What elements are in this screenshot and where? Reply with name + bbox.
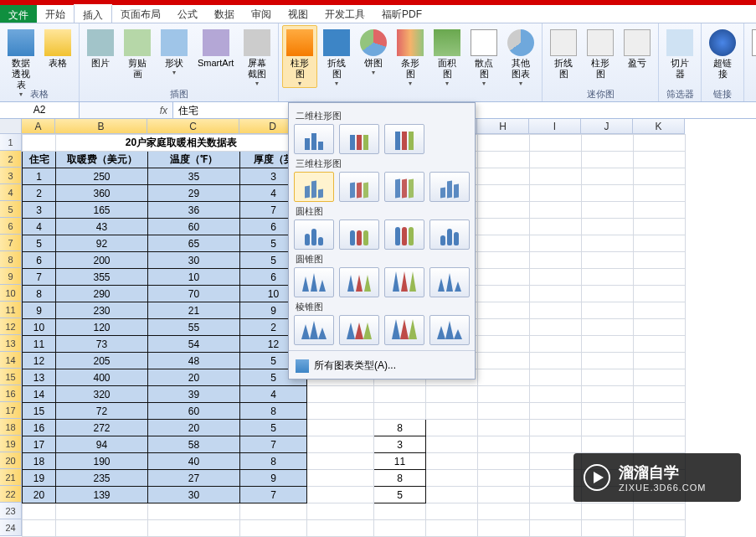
cell[interactable]: 7	[240, 436, 307, 453]
cell[interactable]	[530, 436, 582, 453]
cell[interactable]	[307, 386, 374, 403]
cell[interactable]	[634, 168, 686, 185]
cell[interactable]: 5	[23, 235, 56, 252]
cell[interactable]: 16	[23, 420, 56, 436]
cell[interactable]	[478, 487, 530, 503]
cell[interactable]: 200	[56, 252, 148, 269]
cell[interactable]: 4	[240, 386, 307, 403]
cell[interactable]	[530, 252, 582, 269]
cell[interactable]	[478, 269, 530, 286]
cell[interactable]: 11	[374, 453, 426, 470]
cell[interactable]: 8	[23, 286, 56, 302]
cell[interactable]: 360	[56, 185, 148, 202]
cell[interactable]	[374, 386, 426, 403]
cell[interactable]: 10	[23, 319, 56, 336]
cell[interactable]: 72	[56, 403, 148, 420]
clustered-cone[interactable]	[294, 267, 334, 297]
clustered-pyramid[interactable]	[294, 315, 334, 345]
clustered-column-3d[interactable]	[294, 172, 334, 202]
cell[interactable]	[634, 386, 686, 403]
cell[interactable]: 35	[148, 168, 240, 185]
row-header-17[interactable]: 17	[0, 402, 22, 419]
cell[interactable]	[582, 420, 634, 436]
cell[interactable]	[23, 503, 56, 520]
clipart-button[interactable]: 剪贴画	[120, 25, 155, 80]
cell[interactable]: 30	[148, 487, 240, 503]
row-header-1[interactable]: 1	[0, 134, 22, 151]
tab-pdf[interactable]: 福昕PDF	[373, 5, 430, 23]
cell[interactable]	[374, 520, 426, 537]
cell[interactable]	[582, 269, 634, 286]
cell[interactable]	[582, 219, 634, 235]
cell[interactable]: 48	[148, 353, 240, 369]
row-header-21[interactable]: 21	[0, 469, 22, 486]
col-header-H[interactable]: H	[477, 119, 529, 134]
tab-data[interactable]: 数据	[206, 5, 243, 23]
row-header-3[interactable]: 3	[0, 168, 22, 184]
cell[interactable]	[530, 369, 582, 386]
cell[interactable]: 18	[23, 453, 56, 470]
cell[interactable]	[582, 319, 634, 336]
cell[interactable]	[582, 152, 634, 168]
cell[interactable]	[307, 470, 374, 487]
cell[interactable]: 1	[23, 168, 56, 185]
pie-chart-button[interactable]: 饼图▾	[356, 25, 391, 77]
cone-3d[interactable]	[429, 267, 470, 297]
cell[interactable]	[582, 503, 634, 520]
cell[interactable]	[582, 286, 634, 302]
cell[interactable]: 10	[148, 269, 240, 286]
sparkline-column-button[interactable]: 柱形图	[583, 25, 618, 80]
cell[interactable]: 55	[148, 319, 240, 336]
cell[interactable]	[426, 420, 478, 436]
cell[interactable]: 19	[23, 470, 56, 487]
cell[interactable]: 3	[23, 202, 56, 219]
sparkline-line-button[interactable]: 折线图	[546, 25, 581, 80]
row-header-19[interactable]: 19	[0, 436, 22, 452]
cell[interactable]	[148, 503, 240, 520]
cell[interactable]: 190	[56, 453, 148, 470]
cell[interactable]	[634, 185, 686, 202]
cell[interactable]	[148, 520, 240, 537]
cell[interactable]: 13	[23, 369, 56, 386]
row-header-14[interactable]: 14	[0, 352, 22, 369]
cell[interactable]	[634, 403, 686, 420]
cell[interactable]	[478, 185, 530, 202]
row-header-10[interactable]: 10	[0, 285, 22, 302]
row-header-15[interactable]: 15	[0, 369, 22, 385]
cell[interactable]	[478, 503, 530, 520]
row-header-20[interactable]: 20	[0, 452, 22, 469]
col-header-J[interactable]: J	[581, 119, 633, 134]
cell[interactable]	[582, 369, 634, 386]
cell[interactable]	[582, 235, 634, 252]
cell[interactable]: 5	[240, 420, 307, 436]
cell[interactable]	[478, 353, 530, 369]
cell[interactable]	[530, 168, 582, 185]
area-chart-button[interactable]: 面积图▾	[429, 25, 465, 88]
tab-insert[interactable]: 插入	[74, 4, 112, 23]
slicer-button[interactable]: 切片器	[662, 25, 697, 80]
cell[interactable]: 30	[148, 252, 240, 269]
cell[interactable]: 205	[56, 353, 148, 369]
cell[interactable]	[307, 420, 374, 436]
cell[interactable]: 320	[56, 386, 148, 403]
cell[interactable]	[634, 319, 686, 336]
stacked100-cylinder[interactable]	[384, 219, 424, 250]
cell[interactable]	[634, 436, 686, 453]
screenshot-button[interactable]: 屏幕截图▾	[239, 25, 275, 88]
cell[interactable]: 11	[23, 336, 56, 353]
cell[interactable]	[530, 152, 582, 168]
smartart-button[interactable]: SmartArt	[193, 25, 238, 70]
cell[interactable]	[478, 403, 530, 420]
cell[interactable]	[374, 403, 426, 420]
cell[interactable]: 取暖费（美元）	[56, 152, 148, 168]
hyperlink-button[interactable]: 超链接	[705, 25, 740, 80]
cell[interactable]	[582, 135, 634, 152]
cell[interactable]	[582, 302, 634, 319]
cell[interactable]: 8	[374, 420, 426, 436]
cell[interactable]: 39	[148, 386, 240, 403]
clustered-cylinder[interactable]	[294, 219, 334, 250]
cell[interactable]	[530, 135, 582, 152]
tab-layout[interactable]: 页面布局	[112, 5, 169, 23]
cell[interactable]	[530, 420, 582, 436]
cell[interactable]	[426, 470, 478, 487]
